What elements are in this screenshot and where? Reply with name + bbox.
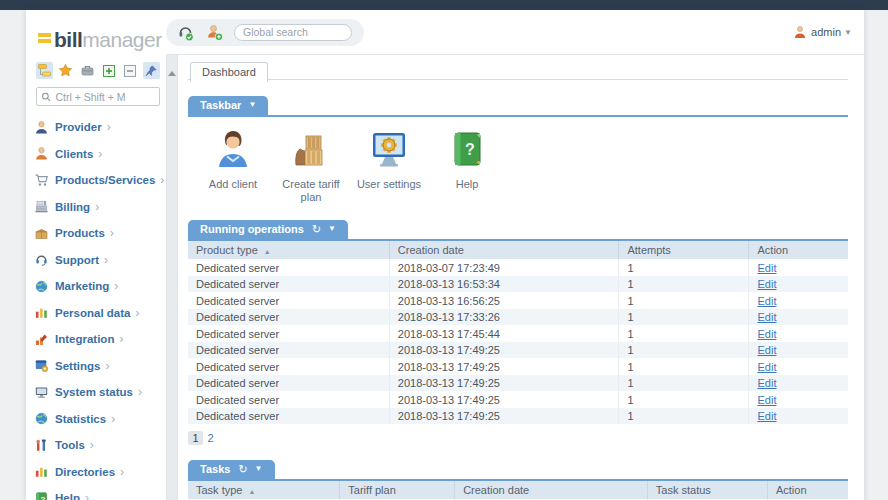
tasks-section-tab[interactable]: Tasks ↻ ▼ bbox=[188, 460, 275, 479]
table-row[interactable]: Dedicated server2018-03-13 16:56:251Edit bbox=[188, 292, 848, 309]
sidebar: billmanager bbox=[26, 10, 166, 500]
sidebar-item-directories[interactable]: Directories› bbox=[34, 459, 166, 486]
sidebar-item-personal-data[interactable]: Personal data› bbox=[34, 300, 166, 327]
menu-tree-button[interactable] bbox=[36, 62, 53, 79]
column-header-product-type[interactable]: Product type▲ bbox=[188, 241, 389, 259]
sidebar-item-statistics[interactable]: Statistics› bbox=[34, 406, 166, 433]
table-cell: Dedicated server bbox=[188, 309, 389, 326]
column-header-action[interactable]: Action bbox=[749, 241, 848, 259]
table-cell: Edit bbox=[749, 259, 848, 276]
sidebar-item-label: Directories bbox=[55, 466, 115, 478]
global-search-input[interactable] bbox=[234, 24, 352, 41]
tasks-table: Task type▲Tariff planCreation dateTask s… bbox=[188, 481, 848, 500]
edit-link[interactable]: Edit bbox=[757, 278, 776, 290]
table-row[interactable]: Dedicated server2018-03-13 17:49:251Edit bbox=[188, 375, 848, 392]
refresh-icon[interactable]: ↻ bbox=[238, 463, 247, 475]
table-row[interactable]: Dedicated server2018-03-13 17:49:251Edit bbox=[188, 358, 848, 375]
chevron-right-icon: › bbox=[114, 279, 118, 293]
support-quick-icon[interactable] bbox=[176, 23, 195, 42]
table-cell: Dedicated server bbox=[188, 408, 389, 425]
sidebar-item-provider[interactable]: Provider› bbox=[34, 114, 166, 141]
sidebar-item-marketing[interactable]: Marketing› bbox=[34, 273, 166, 300]
table-row[interactable]: Dedicated server2018-03-07 17:23:491Edit bbox=[188, 259, 848, 276]
clients-icon bbox=[34, 146, 49, 161]
column-header-tariff-plan[interactable]: Tariff plan bbox=[340, 481, 455, 499]
column-header-task-type[interactable]: Task type▲ bbox=[188, 481, 340, 499]
sidebar-item-clients[interactable]: Clients› bbox=[34, 141, 166, 168]
tab-dashboard[interactable]: Dashboard bbox=[190, 62, 268, 82]
table-cell: Dedicated server bbox=[188, 342, 389, 359]
sidebar-item-label: Products/Services bbox=[55, 174, 155, 186]
tasks-section-title: Tasks bbox=[200, 463, 230, 475]
sidebar-item-products-services[interactable]: Products/Services› bbox=[34, 167, 166, 194]
column-header-task-status[interactable]: Task status bbox=[647, 481, 767, 499]
main-content: Dashboard Taskbar ▼ Add clientCreate tar… bbox=[178, 55, 864, 500]
shortcut-add-client[interactable]: Add client bbox=[194, 129, 272, 204]
edit-link[interactable]: Edit bbox=[757, 377, 776, 389]
sidebar-item-billing[interactable]: Billing› bbox=[34, 194, 166, 221]
sidebar-item-system-status[interactable]: System status› bbox=[34, 379, 166, 406]
edit-link[interactable]: Edit bbox=[757, 361, 776, 373]
expand-all-button[interactable] bbox=[100, 62, 117, 79]
taskbar-section-tab[interactable]: Taskbar ▼ bbox=[188, 96, 268, 115]
edit-link[interactable]: Edit bbox=[757, 394, 776, 406]
provider-icon bbox=[34, 120, 49, 135]
edit-link[interactable]: Edit bbox=[757, 311, 776, 323]
sidebar-item-label: Personal data bbox=[55, 307, 130, 319]
table-row[interactable]: Dedicated server2018-03-13 17:45:441Edit bbox=[188, 325, 848, 342]
edit-link[interactable]: Edit bbox=[757, 344, 776, 356]
column-header-attempts[interactable]: Attempts bbox=[619, 241, 749, 259]
table-row[interactable]: Dedicated server2018-03-13 16:53:341Edit bbox=[188, 276, 848, 293]
edit-link[interactable]: Edit bbox=[757, 328, 776, 340]
sidebar-item-integration[interactable]: Integration› bbox=[34, 326, 166, 353]
table-row[interactable]: Dedicated server2018-03-13 17:49:251Edit bbox=[188, 342, 848, 359]
app-logo[interactable]: billmanager bbox=[38, 28, 166, 52]
sidebar-toolbar bbox=[36, 62, 164, 79]
sidebar-item-settings[interactable]: Settings› bbox=[34, 353, 166, 380]
user-name: admin bbox=[811, 26, 841, 38]
pin-menu-button[interactable] bbox=[143, 62, 160, 79]
column-header-creation-date[interactable]: Creation date bbox=[455, 481, 648, 499]
sidebar-item-products[interactable]: Products› bbox=[34, 220, 166, 247]
table-cell: 2018-03-07 17:23:49 bbox=[389, 259, 619, 276]
shortcut-user-settings[interactable]: User settings bbox=[350, 129, 428, 204]
collapse-all-button[interactable] bbox=[121, 62, 138, 79]
sidebar-search[interactable] bbox=[36, 87, 160, 106]
chevron-right-icon: › bbox=[119, 332, 123, 346]
page-current[interactable]: 1 bbox=[188, 431, 203, 445]
table-cell: 2018-03-13 17:45:44 bbox=[389, 325, 619, 342]
table-cell: 1 bbox=[619, 325, 749, 342]
globe-icon bbox=[34, 279, 49, 294]
edit-link[interactable]: Edit bbox=[757, 410, 776, 422]
shortcut-help[interactable]: ?Help bbox=[428, 129, 506, 204]
logo-icon bbox=[38, 33, 51, 45]
chevron-right-icon: › bbox=[160, 173, 164, 187]
running-operations-section-tab[interactable]: Running operations ↻ ▼ bbox=[188, 220, 348, 239]
shortcut-create-tariff-plan[interactable]: Create tariff plan bbox=[272, 129, 350, 204]
sidebar-item-help[interactable]: ?Help› bbox=[34, 485, 166, 500]
tools-icon bbox=[34, 438, 49, 453]
column-header-action[interactable]: Action bbox=[767, 481, 848, 499]
table-cell: 2018-03-13 16:53:34 bbox=[389, 276, 619, 293]
user-menu[interactable]: admin ▼ bbox=[793, 25, 852, 39]
briefcase-button[interactable] bbox=[79, 62, 96, 79]
refresh-icon[interactable]: ↻ bbox=[312, 223, 321, 235]
edit-link[interactable]: Edit bbox=[757, 295, 776, 307]
chevron-right-icon: › bbox=[107, 120, 111, 134]
favorites-button[interactable] bbox=[57, 62, 74, 79]
table-row[interactable]: Dedicated server2018-03-13 17:49:251Edit bbox=[188, 391, 848, 408]
sidebar-item-tools[interactable]: Tools› bbox=[34, 432, 166, 459]
column-header-creation-date[interactable]: Creation date bbox=[389, 241, 619, 259]
sidebar-collapse-handle[interactable] bbox=[166, 55, 178, 500]
add-client-icon bbox=[212, 129, 254, 171]
sidebar-search-input[interactable] bbox=[55, 91, 155, 103]
page-link[interactable]: 2 bbox=[203, 431, 218, 445]
table-row[interactable]: Dedicated server2018-03-13 17:33:261Edit bbox=[188, 309, 848, 326]
quick-access-bar bbox=[166, 19, 364, 46]
edit-link[interactable]: Edit bbox=[757, 262, 776, 274]
sidebar-item-support[interactable]: Support› bbox=[34, 247, 166, 274]
clients-quick-icon[interactable] bbox=[205, 23, 224, 42]
table-row[interactable]: Dedicated server2018-03-13 17:49:251Edit bbox=[188, 408, 848, 425]
table-cell: 1 bbox=[619, 342, 749, 359]
table-cell: 1 bbox=[619, 358, 749, 375]
